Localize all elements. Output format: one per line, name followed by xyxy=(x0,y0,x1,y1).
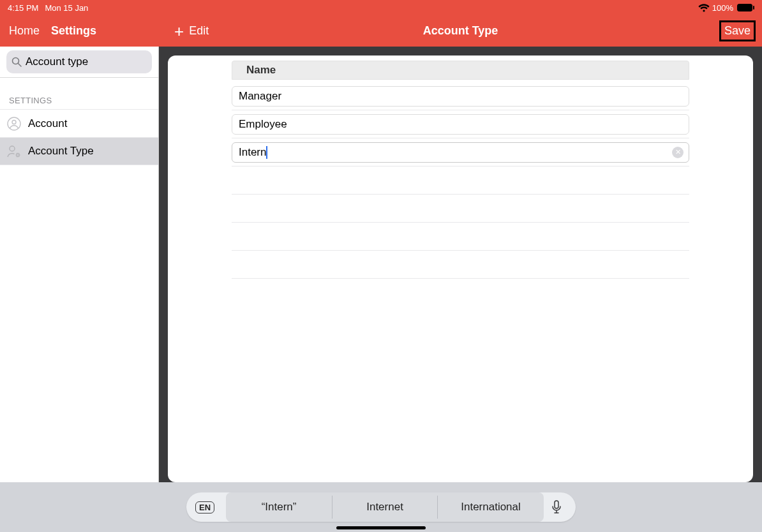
plus-icon: + xyxy=(174,23,184,40)
table-row-empty xyxy=(232,166,689,195)
status-time: 4:15 PM xyxy=(8,3,38,13)
search-icon xyxy=(11,57,22,67)
content-card: Name Manager Employee Intern ✕ xyxy=(168,55,753,482)
nav-settings[interactable]: Settings xyxy=(51,24,96,38)
keyboard-area: EN “Intern” Internet International xyxy=(0,482,762,532)
wifi-icon xyxy=(698,4,710,12)
nav-home[interactable]: Home xyxy=(9,24,40,38)
search-input[interactable] xyxy=(26,55,161,68)
table-row[interactable]: Intern ✕ xyxy=(232,138,689,166)
sidebar-item-label: Account Type xyxy=(28,145,94,158)
svg-point-3 xyxy=(12,120,16,124)
text-cursor xyxy=(266,146,267,159)
clear-field-icon[interactable]: ✕ xyxy=(672,147,684,158)
svg-rect-6 xyxy=(555,501,558,508)
suggestion-item[interactable]: International xyxy=(438,496,544,519)
home-indicator[interactable] xyxy=(336,526,426,529)
svg-point-5 xyxy=(17,154,19,156)
keyboard-language-chip[interactable]: EN xyxy=(195,501,214,514)
column-header-name: Name xyxy=(232,61,689,80)
svg-line-1 xyxy=(19,64,22,67)
name-cell-editing[interactable]: Intern ✕ xyxy=(232,142,689,163)
suggestion-item[interactable]: “Intern” xyxy=(226,496,332,519)
sidebar-section-label: SETTINGS xyxy=(0,78,158,109)
main-panel: Name Manager Employee Intern ✕ xyxy=(159,47,762,482)
cell-value: Intern xyxy=(239,146,266,159)
name-cell[interactable]: Manager xyxy=(232,86,689,107)
person-icon xyxy=(6,116,22,131)
person-gear-icon xyxy=(6,144,22,159)
sidebar-item-label: Account xyxy=(28,117,67,130)
battery-percent: 100% xyxy=(712,3,733,13)
nav-bar: Home Settings + Edit Account Type Save xyxy=(0,15,762,47)
status-date: Mon 15 Jan xyxy=(45,3,88,13)
edit-label: Edit xyxy=(189,24,209,38)
suggestion-bar: EN “Intern” Internet International xyxy=(186,492,576,522)
cell-value: Manager xyxy=(239,90,281,103)
status-bar: 4:15 PM Mon 15 Jan 100% xyxy=(0,0,762,15)
sidebar: ✕ SETTINGS Account Account Type xyxy=(0,47,159,532)
table-row-empty xyxy=(232,195,689,223)
search-field[interactable]: ✕ xyxy=(6,50,152,73)
save-button[interactable]: Save xyxy=(722,23,753,39)
suggestion-item[interactable]: Internet xyxy=(332,496,438,519)
table-row-empty xyxy=(232,251,689,279)
sidebar-item-account[interactable]: Account xyxy=(0,109,158,137)
dictation-icon[interactable] xyxy=(544,500,569,514)
page-title: Account Type xyxy=(423,24,498,38)
sidebar-item-account-type[interactable]: Account Type xyxy=(0,137,158,165)
cell-value: Employee xyxy=(239,118,287,131)
svg-point-4 xyxy=(10,146,15,151)
table-row[interactable]: Manager xyxy=(232,82,689,110)
save-button-highlight: Save xyxy=(719,20,756,41)
table-row[interactable]: Employee xyxy=(232,110,689,138)
name-cell[interactable]: Employee xyxy=(232,114,689,135)
battery-icon xyxy=(736,4,754,11)
table-row-empty xyxy=(232,223,689,251)
edit-button[interactable]: + Edit xyxy=(159,23,209,40)
